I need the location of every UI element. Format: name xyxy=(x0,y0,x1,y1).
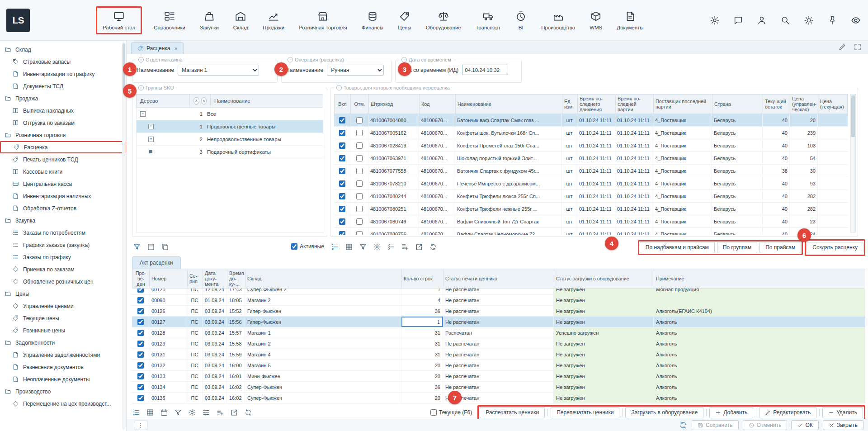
operation-select[interactable]: Ручная xyxy=(327,65,384,76)
pricing-button[interactable]: По надбавкам и прайсам xyxy=(640,242,715,253)
include-checkbox[interactable] xyxy=(339,155,345,161)
column-header-tree[interactable]: Дерево xyxy=(137,95,190,107)
product-row[interactable]: 481006708075648100670...Вафли Спартак Че… xyxy=(334,228,848,235)
sku-tree-row[interactable]: 3Подарочный сертификаты xyxy=(137,146,323,158)
posted-checkbox[interactable] xyxy=(137,351,144,358)
bottom-button[interactable]: Редактировать xyxy=(759,407,816,418)
product-row[interactable]: 481006707821048100670...Печенье Импрессо… xyxy=(334,177,848,190)
gear-icon[interactable] xyxy=(188,408,196,417)
current-checkbox[interactable]: Текущие (F6) xyxy=(430,409,472,416)
product-row[interactable]: 481006708024448100670...Конфеты Трюфели … xyxy=(334,190,848,203)
sidebar-item[interactable]: Розничные цены xyxy=(0,324,126,336)
create-pricing-button[interactable]: Создать расценку xyxy=(807,242,863,253)
mark-checkbox[interactable] xyxy=(356,168,363,174)
tab-close-icon[interactable]: × xyxy=(175,45,178,52)
cancel-button[interactable]: Отменить xyxy=(743,420,788,430)
pricing-button[interactable]: По прайсам xyxy=(760,242,801,253)
ok-button[interactable]: ОК xyxy=(791,420,818,430)
copy-icon[interactable] xyxy=(161,243,169,251)
column-header[interactable]: Время по-следней партии xyxy=(616,95,654,114)
current-checkbox-input[interactable] xyxy=(430,409,437,416)
sort-asc-icon[interactable]: ∧ xyxy=(193,97,199,104)
export-icon[interactable] xyxy=(415,243,423,251)
bottom-button[interactable]: Перепечатать ценники xyxy=(551,407,619,418)
sidebar-item[interactable]: Обработка Z-отчетов xyxy=(0,202,126,214)
act-row[interactable]: 00120ПС12.08.2417:43Супер-Фьюжен 21Не ра… xyxy=(132,289,865,295)
column-header[interactable]: Вкл xyxy=(335,95,351,114)
products-scrollbar[interactable] xyxy=(850,94,856,233)
bottom-button[interactable]: Распечатать ценники xyxy=(480,407,545,418)
posted-checkbox[interactable] xyxy=(137,341,144,347)
collapse-icon[interactable]: − xyxy=(401,57,407,62)
list-num-icon[interactable] xyxy=(132,408,140,417)
sidebar-item[interactable]: Управление задолженностями xyxy=(0,349,126,361)
include-checkbox[interactable] xyxy=(339,193,345,199)
sidebar-item[interactable]: Кассовые книги xyxy=(0,166,126,178)
mark-checkbox[interactable] xyxy=(356,142,363,149)
app-logo[interactable]: LS xyxy=(6,9,30,32)
scrollbar-thumb[interactable] xyxy=(851,95,855,137)
menu-item-sales[interactable]: Продажи xyxy=(260,7,287,33)
filter-icon[interactable] xyxy=(133,243,141,251)
column-header[interactable]: Склад xyxy=(245,269,402,288)
menu-item-prices[interactable]: Цены xyxy=(395,7,414,33)
column-header[interactable]: Ед. изм xyxy=(562,95,578,114)
column-header[interactable]: Цена (управлен-ческая) xyxy=(790,95,818,114)
sidebar-item[interactable]: Выписка накладных xyxy=(0,104,126,117)
refresh-icon[interactable] xyxy=(679,421,688,430)
fullscreen-icon[interactable] xyxy=(854,43,862,51)
mark-checkbox[interactable] xyxy=(356,180,363,187)
mark-checkbox[interactable] xyxy=(356,193,363,199)
product-row[interactable]: 481006708074948100670...Вафли Сливочный … xyxy=(334,215,848,228)
column-header[interactable]: Номер xyxy=(150,269,188,288)
column-header[interactable]: Страна xyxy=(712,95,763,114)
posted-checkbox[interactable] xyxy=(137,289,144,293)
sync-icon[interactable] xyxy=(244,408,252,417)
posted-checkbox[interactable] xyxy=(137,384,144,390)
act-row[interactable]: 00126ПС03.09.2415:52Гипер-Фьюжен36Не рас… xyxy=(132,306,865,317)
posted-checkbox[interactable] xyxy=(137,373,144,379)
menu-item-references[interactable]: Справочники xyxy=(151,7,188,33)
sidebar-item[interactable]: Неоплаченные документы xyxy=(0,373,126,385)
collapse-icon[interactable]: − xyxy=(138,85,144,90)
column-header-name[interactable]: Наименование xyxy=(211,95,323,107)
posted-checkbox[interactable] xyxy=(137,308,144,314)
tree-minus-icon[interactable]: − xyxy=(140,111,146,117)
grid-icon[interactable] xyxy=(345,243,353,251)
act-row[interactable]: 00132ПС03.09.2416:00Магазин 520Не распеч… xyxy=(132,360,865,371)
product-row[interactable]: 481006708025148100670...Конфеты Трюфели … xyxy=(334,203,848,215)
bottom-button[interactable]: Удалить xyxy=(822,407,863,418)
sidebar-item[interactable]: Заказы по графику xyxy=(0,251,126,263)
sidebar-item[interactable]: Расценка xyxy=(0,141,126,153)
column-header[interactable]: Время до-ку-... xyxy=(227,269,245,288)
sidebar-item[interactable]: Графики заказов (закупка) xyxy=(0,239,126,251)
sidebar-item[interactable]: Инвентаризация наличных xyxy=(0,190,126,202)
mark-checkbox[interactable] xyxy=(356,206,363,212)
posted-checkbox[interactable] xyxy=(137,297,144,303)
menu-item-production[interactable]: Производство xyxy=(538,7,578,33)
column-header[interactable]: Цена (теку-щая) xyxy=(818,95,847,114)
include-checkbox[interactable] xyxy=(339,142,345,149)
save-button[interactable]: Сохранить xyxy=(692,420,739,430)
tree-plus-icon[interactable]: + xyxy=(148,124,154,129)
column-header[interactable]: Штрихкод xyxy=(369,95,420,114)
collapse-icon[interactable]: − xyxy=(336,85,342,90)
list-num-icon[interactable] xyxy=(331,243,339,251)
menu-item-bi[interactable]: BI xyxy=(512,7,529,33)
sidebar-item[interactable]: Печать ценников ТСД xyxy=(0,153,126,166)
act-row[interactable]: 00134ПС03.09.2416:02Супер-Фьюжен36Не рас… xyxy=(132,382,865,393)
column-header[interactable]: Статус печати ценника xyxy=(443,269,554,288)
sidebar-item[interactable]: Продажа xyxy=(0,92,126,104)
act-row[interactable]: 00135ПС03.09.2416:02Супер-Фьюжен20Не рас… xyxy=(132,393,865,403)
menu-item-finance[interactable]: Финансы xyxy=(359,7,386,33)
sku-tree-row[interactable]: −1Все xyxy=(137,108,323,120)
settings-icon[interactable] xyxy=(710,15,720,25)
sidebar-scrollbar[interactable] xyxy=(122,42,126,430)
theme-icon[interactable] xyxy=(804,15,814,25)
active-checkbox[interactable]: Активные xyxy=(291,243,324,250)
column-header[interactable]: Про-ве-ден xyxy=(132,269,150,288)
sidebar-item[interactable]: Задолженности xyxy=(0,336,126,349)
column-header[interactable]: Код xyxy=(420,95,456,114)
columns-icon[interactable] xyxy=(401,243,409,251)
act-row[interactable]: 00090ПС01.09.2418:05Магазин 24Не распеча… xyxy=(132,295,865,306)
